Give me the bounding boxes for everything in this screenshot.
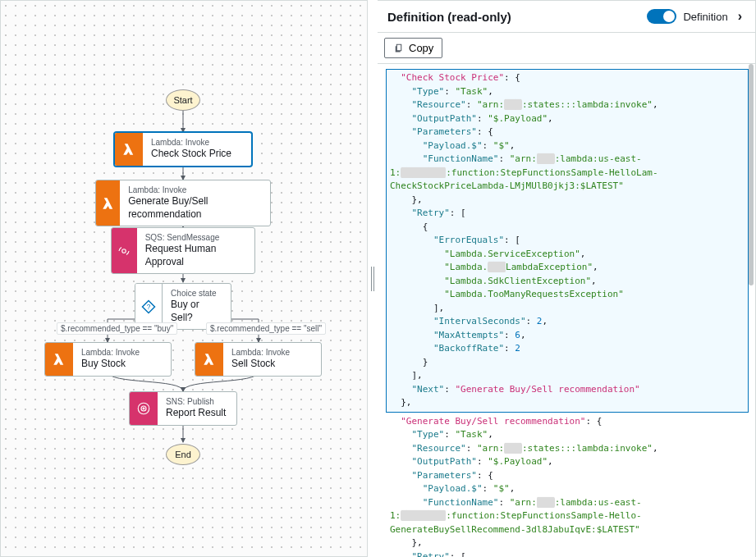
edge-label-sell: $.recommended_type == "sell" bbox=[206, 322, 326, 335]
definition-toggle[interactable] bbox=[647, 9, 676, 24]
copy-label: Copy bbox=[409, 42, 433, 54]
sns-icon bbox=[130, 392, 158, 425]
step-report-result[interactable]: SNS: Publish Report Result bbox=[129, 391, 237, 426]
lambda-icon bbox=[115, 133, 143, 166]
start-node[interactable]: Start bbox=[166, 89, 200, 111]
step-service: Lambda: Invoke bbox=[231, 348, 290, 358]
edge-label-buy: $.recommended_type == "buy" bbox=[57, 322, 177, 335]
panel-title: Definition (read-only) bbox=[387, 10, 511, 24]
code-state-check-stock[interactable]: "Check Stock Price": { "Type": "Task", "… bbox=[386, 69, 749, 413]
start-label: Start bbox=[173, 95, 192, 105]
definition-header: Definition (read-only) Definition › bbox=[378, 1, 755, 33]
step-check-stock-price[interactable]: Lambda: Invoke Check Stock Price bbox=[114, 132, 252, 167]
step-service: Lambda: Invoke bbox=[151, 138, 231, 148]
step-service: Lambda: Invoke bbox=[128, 185, 262, 195]
step-buy-stock[interactable]: Lambda: Invoke Buy Stock bbox=[44, 342, 172, 377]
step-request-approval[interactable]: SQS: SendMessage Request Human Approval bbox=[111, 227, 255, 274]
workflow-canvas[interactable]: Start Lambda: Invoke Check Stock Price L… bbox=[0, 0, 368, 557]
splitter-handle bbox=[371, 267, 374, 291]
code-viewer[interactable]: "Check Stock Price": { "Type": "Task", "… bbox=[378, 64, 755, 557]
definition-panel: Definition (read-only) Definition › Copy… bbox=[378, 0, 756, 557]
lambda-icon bbox=[96, 180, 120, 226]
end-node[interactable]: End bbox=[166, 444, 200, 465]
code-toolbar: Copy bbox=[378, 33, 755, 64]
toggle-label: Definition bbox=[683, 11, 727, 23]
step-title: Report Result bbox=[166, 407, 226, 420]
step-title: Sell Stock bbox=[231, 358, 290, 371]
step-service: SNS: Publish bbox=[166, 397, 226, 407]
svg-text:?: ? bbox=[147, 304, 151, 311]
step-service: SQS: SendMessage bbox=[145, 233, 246, 243]
step-title: Buy Stock bbox=[81, 358, 140, 371]
step-sell-stock[interactable]: Lambda: Invoke Sell Stock bbox=[195, 342, 322, 377]
step-generate-recommendation[interactable]: Lambda: Invoke Generate Buy/Sell recomme… bbox=[95, 180, 271, 226]
svg-point-9 bbox=[143, 408, 144, 409]
end-label: End bbox=[175, 450, 191, 459]
step-title: Generate Buy/Sell recommendation bbox=[128, 195, 262, 221]
code-state-generate[interactable]: "Generate Buy/Sell recommendation": { "T… bbox=[386, 413, 749, 558]
copy-button[interactable]: Copy bbox=[384, 38, 442, 58]
copy-icon bbox=[393, 43, 404, 53]
edges-layer bbox=[1, 1, 367, 556]
lambda-icon bbox=[195, 343, 223, 376]
step-service: Choice state bbox=[171, 289, 222, 299]
step-title: Check Stock Price bbox=[151, 148, 231, 161]
svg-point-5 bbox=[122, 249, 126, 253]
step-title: Buy or Sell? bbox=[171, 299, 222, 324]
chevron-right-icon[interactable]: › bbox=[735, 9, 745, 24]
step-service: Lambda: Invoke bbox=[81, 348, 140, 358]
lambda-icon bbox=[45, 343, 73, 376]
pane-splitter[interactable] bbox=[368, 0, 378, 557]
step-title: Request Human Approval bbox=[145, 243, 246, 268]
scrollbar-thumb[interactable] bbox=[749, 64, 754, 285]
sqs-icon bbox=[112, 228, 137, 273]
